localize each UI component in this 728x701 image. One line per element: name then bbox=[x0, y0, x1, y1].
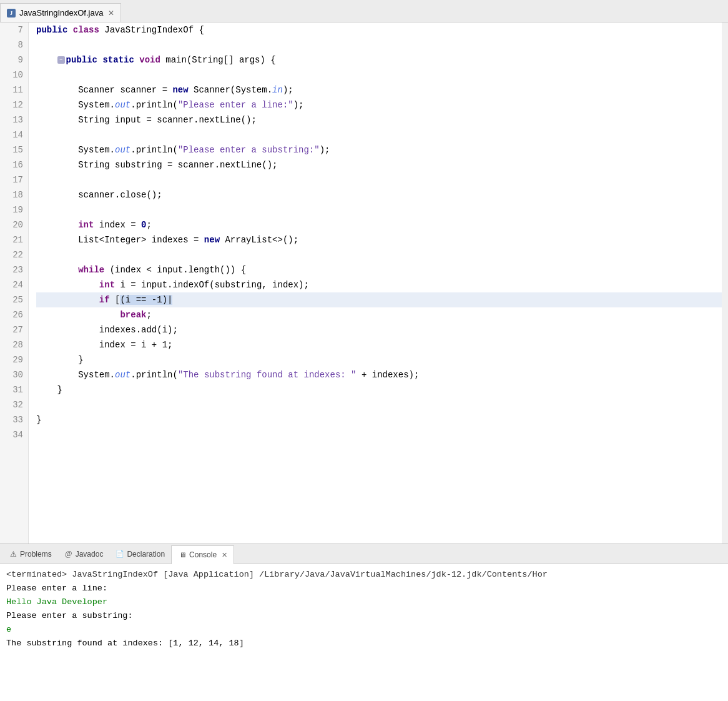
code-line: } bbox=[36, 382, 722, 397]
code-line bbox=[36, 127, 722, 142]
code-line: String substring = scanner.nextLine(); bbox=[36, 157, 722, 172]
tab-javadoc-label: Javadoc bbox=[76, 550, 104, 559]
tab-console-label: Console bbox=[189, 550, 217, 559]
code-editor: 7891011121314151617181920212223242526272… bbox=[0, 22, 728, 544]
code-line: indexes.add(i); bbox=[36, 322, 722, 337]
code-line bbox=[36, 397, 722, 412]
code-line: String input = scanner.nextLine(); bbox=[36, 112, 722, 127]
console-line1: Please enter a line: bbox=[6, 582, 722, 595]
editor-tab[interactable]: J JavaStringIndexOf.java ✕ bbox=[0, 3, 121, 22]
code-area: 7891011121314151617181920212223242526272… bbox=[0, 22, 728, 544]
console-line3: Please enter a substring: bbox=[6, 609, 722, 623]
code-line: public class JavaStringIndexOf { bbox=[36, 22, 722, 37]
tab-declaration-label: Declaration bbox=[127, 550, 165, 559]
code-line: scanner.close(); bbox=[36, 187, 722, 202]
problems-icon: ⚠ bbox=[9, 550, 17, 559]
code-line bbox=[36, 247, 722, 262]
console-terminated-line: <terminated> JavaStringIndexOf [Java App… bbox=[6, 568, 722, 582]
editor-scrollbar[interactable] bbox=[722, 22, 728, 544]
tab-close-button[interactable]: ✕ bbox=[108, 9, 114, 17]
console-line5: The substring found at indexes: [1, 12, … bbox=[6, 637, 722, 650]
code-line: if [(i == -1)| bbox=[36, 292, 722, 307]
code-line: int i = input.indexOf(substring, index); bbox=[36, 277, 722, 292]
tab-javadoc[interactable]: @ Javadoc bbox=[58, 545, 110, 564]
code-line: int index = 0; bbox=[36, 217, 722, 232]
code-line: } bbox=[36, 352, 722, 367]
code-line: while (index < input.length()) { bbox=[36, 262, 722, 277]
code-line bbox=[36, 427, 722, 442]
tab-console[interactable]: 🖥 Console ✕ bbox=[171, 545, 234, 564]
bottom-panel: ⚠ Problems @ Javadoc 📄 Declaration 🖥 Con… bbox=[0, 544, 728, 701]
code-line: System.out.println("Please enter a subst… bbox=[36, 142, 722, 157]
declaration-icon: 📄 bbox=[116, 550, 124, 559]
console-line4: e bbox=[6, 623, 722, 637]
console-output: <terminated> JavaStringIndexOf [Java App… bbox=[0, 564, 728, 701]
console-close-button[interactable]: ✕ bbox=[222, 551, 227, 559]
console-icon: 🖥 bbox=[178, 550, 187, 559]
tab-declaration[interactable]: 📄 Declaration bbox=[109, 545, 171, 564]
console-line2: Hello Java Developer bbox=[6, 595, 722, 609]
code-line bbox=[36, 202, 722, 217]
code-line bbox=[36, 37, 722, 52]
code-line bbox=[36, 172, 722, 187]
code-line: index = i + 1; bbox=[36, 337, 722, 352]
line-numbers: 7891011121314151617181920212223242526272… bbox=[0, 22, 29, 544]
code-line: } bbox=[36, 412, 722, 427]
code-line: −public static void main(String[] args) … bbox=[36, 52, 722, 67]
code-line: System.out.println("Please enter a line:… bbox=[36, 97, 722, 112]
code-line: System.out.println("The substring found … bbox=[36, 367, 722, 382]
code-line: Scanner scanner = new Scanner(System.in)… bbox=[36, 82, 722, 97]
tab-bar: J JavaStringIndexOf.java ✕ bbox=[0, 0, 728, 22]
panel-tab-bar: ⚠ Problems @ Javadoc 📄 Declaration 🖥 Con… bbox=[0, 544, 728, 564]
java-file-icon: J bbox=[7, 9, 16, 17]
code-content[interactable]: public class JavaStringIndexOf { −public… bbox=[29, 22, 722, 544]
code-line bbox=[36, 67, 722, 82]
tab-filename: JavaStringIndexOf.java bbox=[19, 8, 103, 17]
tab-problems-label: Problems bbox=[20, 550, 52, 559]
code-line: break; bbox=[36, 307, 722, 322]
tab-problems[interactable]: ⚠ Problems bbox=[2, 545, 58, 564]
code-line: List<Integer> indexes = new ArrayList<>(… bbox=[36, 232, 722, 247]
javadoc-icon: @ bbox=[64, 550, 73, 559]
